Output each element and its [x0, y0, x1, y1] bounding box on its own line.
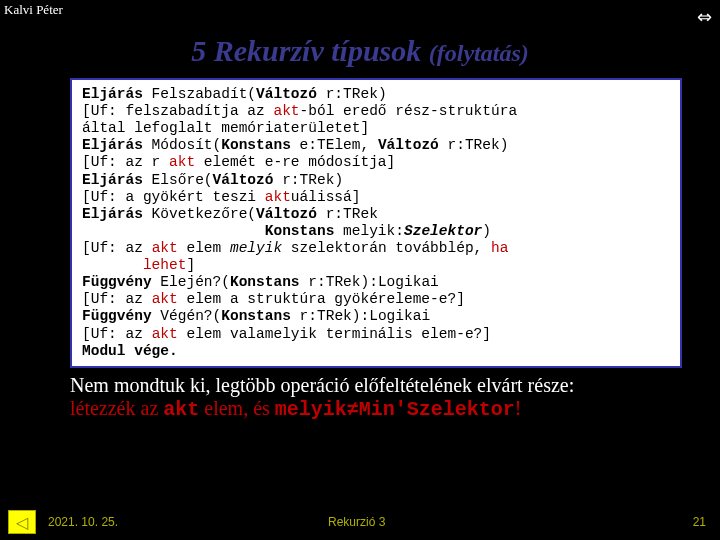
- footer-date: 2021. 10. 25.: [48, 515, 268, 529]
- slide-title: 5 Rekurzív típusok (folytatás): [0, 34, 720, 68]
- author-scribble: Kalvi Péter: [4, 2, 63, 18]
- expand-icon[interactable]: ⇔: [697, 6, 712, 28]
- note-line-2: létezzék az akt elem, és melyik≠Min'Szel…: [70, 397, 682, 421]
- footer-page: 21: [666, 515, 720, 529]
- footer-title: Rekurzió 3: [268, 515, 666, 529]
- footer: ◁ 2021. 10. 25. Rekurzió 3 21: [0, 510, 720, 534]
- title-main: 5 Rekurzív típusok: [191, 34, 429, 67]
- code-block: Eljárás Felszabadít(Változó r:TRek) [Uf:…: [70, 78, 682, 368]
- note-line-1: Nem mondtuk ki, legtöbb operáció előfelt…: [70, 374, 682, 397]
- title-continuation: (folytatás): [429, 40, 529, 66]
- back-icon[interactable]: ◁: [8, 510, 36, 534]
